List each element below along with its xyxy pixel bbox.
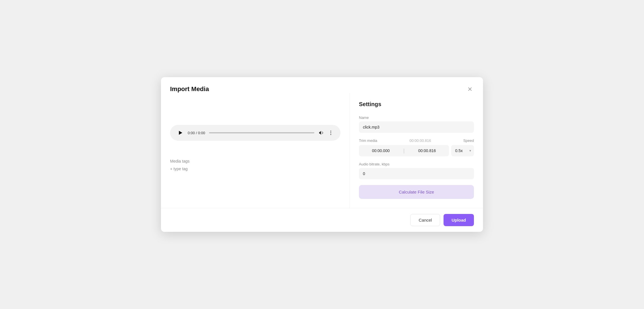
- svg-point-1: [331, 131, 331, 132]
- name-input[interactable]: [359, 121, 474, 133]
- svg-point-3: [331, 134, 331, 135]
- modal-title: Import Media: [170, 85, 209, 93]
- import-media-modal: Import Media 0:00 / 0:00: [161, 77, 483, 232]
- settings-title: Settings: [359, 101, 474, 108]
- volume-button[interactable]: [318, 130, 324, 136]
- trim-label: Trim media: [359, 138, 377, 143]
- trim-divider: |: [403, 148, 405, 154]
- settings-panel: Settings Name Trim media 00:00:00.816 Sp…: [350, 93, 483, 208]
- left-panel: 0:00 / 0:00: [161, 93, 350, 208]
- trim-start-input[interactable]: [359, 145, 403, 156]
- more-icon: [328, 130, 334, 136]
- audio-player: 0:00 / 0:00: [170, 125, 340, 141]
- modal-footer: Cancel Upload: [161, 208, 483, 232]
- trim-duration: 00:00:00.816: [409, 138, 431, 143]
- more-options-button[interactable]: [328, 130, 334, 136]
- speed-select[interactable]: 0.5x 1x 1.5x 2x: [451, 145, 474, 156]
- speed-select-wrapper: 0.5x 1x 1.5x 2x ▾: [451, 145, 474, 156]
- svg-point-2: [331, 133, 331, 133]
- progress-bar[interactable]: [209, 132, 314, 133]
- play-icon: [178, 130, 183, 135]
- name-label: Name: [359, 115, 474, 120]
- audio-bitrate-field-group: Audio bitrate, kbps: [359, 162, 474, 179]
- media-tags-label: Media tags: [170, 159, 340, 163]
- trim-group: Trim media 00:00:00.816 Speed | 0.5x 1x: [359, 138, 474, 156]
- calculate-file-size-button[interactable]: Calculate File Size: [359, 185, 474, 199]
- modal-body: 0:00 / 0:00: [161, 93, 483, 208]
- audio-bitrate-input[interactable]: [359, 168, 474, 179]
- upload-button[interactable]: Upload: [444, 214, 474, 226]
- cancel-button[interactable]: Cancel: [410, 214, 440, 226]
- close-icon: [467, 86, 473, 92]
- volume-icon: [318, 130, 324, 136]
- trim-header: Trim media 00:00:00.816 Speed: [359, 138, 474, 143]
- trim-end-input[interactable]: [405, 145, 449, 156]
- trim-row: | 0.5x 1x 1.5x 2x ▾: [359, 145, 474, 156]
- time-display: 0:00 / 0:00: [188, 131, 205, 135]
- name-field-group: Name: [359, 115, 474, 133]
- speed-label: Speed: [463, 138, 474, 143]
- media-tags-section: Media tags + type tag: [170, 159, 340, 171]
- play-button[interactable]: [177, 129, 184, 136]
- modal-header: Import Media: [161, 77, 483, 93]
- svg-marker-0: [179, 131, 182, 135]
- close-button[interactable]: [466, 85, 474, 93]
- add-tag-button[interactable]: + type tag: [170, 167, 188, 171]
- audio-bitrate-label: Audio bitrate, kbps: [359, 162, 474, 166]
- trim-inputs: |: [359, 145, 449, 156]
